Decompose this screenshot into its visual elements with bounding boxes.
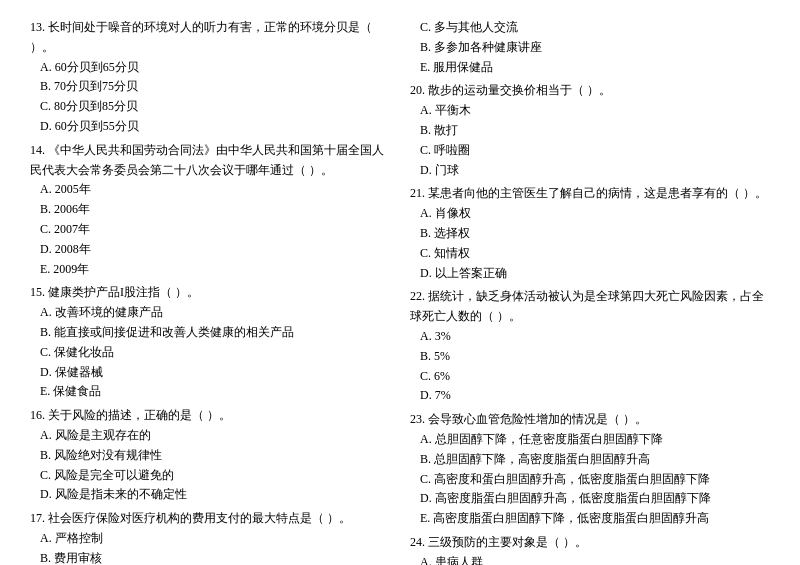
option: A. 改善环境的健康产品 <box>30 303 390 323</box>
option: D. 60分贝到55分贝 <box>30 117 390 137</box>
option: A. 肖像权 <box>410 204 770 224</box>
option: D. 以上答案正确 <box>410 264 770 284</box>
option: D. 门球 <box>410 161 770 181</box>
question-text: 22. 据统计，缺乏身体活动被认为是全球第四大死亡风险因素，占全球死亡人数的（ … <box>410 287 770 327</box>
option: C. 2007年 <box>30 220 390 240</box>
question-22: 22. 据统计，缺乏身体活动被认为是全球第四大死亡风险因素，占全球死亡人数的（ … <box>410 287 770 406</box>
left-column: 13. 长时间处于噪音的环境对人的听力有害，正常的环境分贝是（ ）。A. 60分… <box>30 18 390 565</box>
option: C. 多与其他人交流 <box>410 18 770 38</box>
question-17: 17. 社会医疗保险对医疗机构的费用支付的最大特点是（ ）。A. 严格控制B. … <box>30 509 390 565</box>
option: A. 严格控制 <box>30 529 390 549</box>
question-text: 16. 关于风险的描述，正确的是（ ）。 <box>30 406 390 426</box>
option: D. 保健器械 <box>30 363 390 383</box>
option: C. 风险是完全可以避免的 <box>30 466 390 486</box>
question-text: 13. 长时间处于噪音的环境对人的听力有害，正常的环境分贝是（ ）。 <box>30 18 390 58</box>
option: B. 选择权 <box>410 224 770 244</box>
question-text: 14. 《中华人民共和国劳动合同法》由中华人民共和国第十届全国人民代表大会常务委… <box>30 141 390 181</box>
option: E. 高密度脂蛋白胆固醇下降，低密度脂蛋白胆固醇升高 <box>410 509 770 529</box>
option: C. 6% <box>410 367 770 387</box>
question-text: 21. 某患者向他的主管医生了解自己的病情，这是患者享有的（ ）。 <box>410 184 770 204</box>
question-24: 24. 三级预防的主要对象是（ ）。A. 患病人群B. 高危人群C. 残疾人群D… <box>410 533 770 565</box>
option: A. 2005年 <box>30 180 390 200</box>
option: A. 3% <box>410 327 770 347</box>
option: B. 5% <box>410 347 770 367</box>
question-C_cont: C. 多与其他人交流B. 多参加各种健康讲座E. 服用保健品 <box>410 18 770 77</box>
question-text: 23. 会导致心血管危险性增加的情况是（ ）。 <box>410 410 770 430</box>
question-text: 24. 三级预防的主要对象是（ ）。 <box>410 533 770 553</box>
question-16: 16. 关于风险的描述，正确的是（ ）。A. 风险是主观存在的B. 风险绝对没有… <box>30 406 390 505</box>
option: D. 2008年 <box>30 240 390 260</box>
option: D. 高密度脂蛋白胆固醇升高，低密度脂蛋白胆固醇下降 <box>410 489 770 509</box>
option: C. 呼啦圈 <box>410 141 770 161</box>
option: C. 高密度和蛋白胆固醇升高，低密度脂蛋白胆固醇下降 <box>410 470 770 490</box>
question-23: 23. 会导致心血管危险性增加的情况是（ ）。A. 总胆固醇下降，任意密度脂蛋白… <box>410 410 770 529</box>
option: B. 散打 <box>410 121 770 141</box>
option: B. 多参加各种健康讲座 <box>410 38 770 58</box>
option: C. 80分贝到85分贝 <box>30 97 390 117</box>
main-content: 13. 长时间处于噪音的环境对人的听力有害，正常的环境分贝是（ ）。A. 60分… <box>30 18 770 565</box>
option: C. 知情权 <box>410 244 770 264</box>
question-text: 20. 散步的运动量交换价相当于（ ）。 <box>410 81 770 101</box>
option: A. 总胆固醇下降，任意密度脂蛋白胆固醇下降 <box>410 430 770 450</box>
option: A. 60分贝到65分贝 <box>30 58 390 78</box>
question-13: 13. 长时间处于噪音的环境对人的听力有害，正常的环境分贝是（ ）。A. 60分… <box>30 18 390 137</box>
question-21: 21. 某患者向他的主管医生了解自己的病情，这是患者享有的（ ）。A. 肖像权B… <box>410 184 770 283</box>
option: E. 2009年 <box>30 260 390 280</box>
option: B. 能直接或间接促进和改善人类健康的相关产品 <box>30 323 390 343</box>
option: E. 保健食品 <box>30 382 390 402</box>
option: E. 服用保健品 <box>410 58 770 78</box>
question-15: 15. 健康类护产品I股注指（ ）。A. 改善环境的健康产品B. 能直接或间接促… <box>30 283 390 402</box>
right-column: C. 多与其他人交流B. 多参加各种健康讲座E. 服用保健品20. 散步的运动量… <box>410 18 770 565</box>
option: A. 风险是主观存在的 <box>30 426 390 446</box>
question-14: 14. 《中华人民共和国劳动合同法》由中华人民共和国第十届全国人民代表大会常务委… <box>30 141 390 280</box>
option: C. 保健化妆品 <box>30 343 390 363</box>
option: B. 70分贝到75分贝 <box>30 77 390 97</box>
question-text: 17. 社会医疗保险对医疗机构的费用支付的最大特点是（ ）。 <box>30 509 390 529</box>
option: D. 风险是指未来的不确定性 <box>30 485 390 505</box>
option: B. 费用审核 <box>30 549 390 565</box>
question-20: 20. 散步的运动量交换价相当于（ ）。A. 平衡木B. 散打C. 呼啦圈D. … <box>410 81 770 180</box>
question-text: 15. 健康类护产品I股注指（ ）。 <box>30 283 390 303</box>
option: A. 平衡木 <box>410 101 770 121</box>
option: A. 患病人群 <box>410 553 770 565</box>
option: B. 风险绝对没有规律性 <box>30 446 390 466</box>
option: D. 7% <box>410 386 770 406</box>
option: B. 2006年 <box>30 200 390 220</box>
option: B. 总胆固醇下降，高密度脂蛋白胆固醇升高 <box>410 450 770 470</box>
